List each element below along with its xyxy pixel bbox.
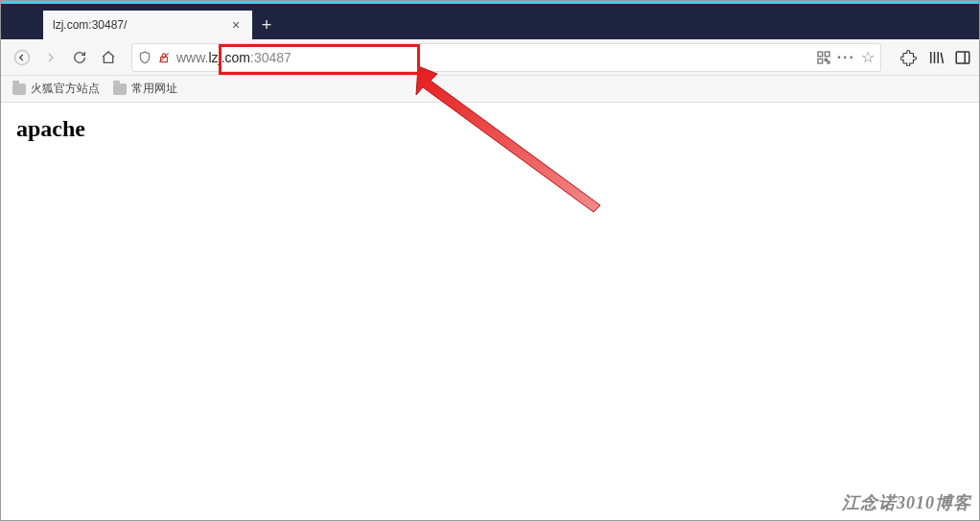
- page-content: apache: [1, 103, 979, 520]
- home-icon: [101, 50, 116, 65]
- url-text[interactable]: www.lzj.com:30487: [176, 50, 810, 65]
- page-actions-overflow-icon[interactable]: ···: [837, 49, 855, 66]
- navigation-toolbar: www.lzj.com:30487 ··· ☆: [1, 39, 979, 76]
- url-port: :30487: [250, 50, 292, 65]
- folder-icon: [113, 83, 127, 95]
- svg-rect-12: [956, 52, 969, 63]
- bookmark-star-icon[interactable]: ☆: [861, 48, 875, 66]
- svg-line-11: [941, 52, 943, 62]
- shield-icon: [138, 51, 152, 64]
- bookmark-label: 火狐官方站点: [31, 81, 100, 97]
- watermark-text: 江念诺3010博客: [842, 491, 971, 514]
- new-tab-button[interactable]: +: [252, 11, 281, 39]
- reload-icon: [72, 50, 87, 65]
- folder-icon: [12, 83, 26, 95]
- url-host: lzj.com: [208, 50, 250, 65]
- browser-window: lzj.com:30487/ × + www.lzj.com:30487: [0, 0, 980, 521]
- plus-icon: +: [262, 15, 272, 36]
- tab-strip: lzj.com:30487/ × +: [1, 11, 979, 39]
- tab-active[interactable]: lzj.com:30487/ ×: [43, 11, 252, 39]
- extensions-icon[interactable]: [900, 49, 918, 66]
- tab-title: lzj.com:30487/: [53, 18, 229, 32]
- svg-rect-5: [818, 59, 823, 63]
- sidebar-icon[interactable]: [954, 49, 971, 66]
- svg-rect-7: [828, 61, 829, 63]
- home-button[interactable]: [95, 44, 122, 71]
- url-prefix: www.: [176, 50, 208, 65]
- lock-strikethrough-icon: [157, 51, 171, 64]
- bookmarks-toolbar: 火狐官方站点 常用网址: [1, 76, 979, 103]
- library-icon[interactable]: [927, 49, 945, 66]
- back-icon: [13, 49, 31, 66]
- window-titlebar: [1, 1, 979, 11]
- svg-point-0: [15, 50, 30, 64]
- bookmark-label: 常用网址: [131, 81, 177, 97]
- bookmark-folder-firefox-official[interactable]: 火狐官方站点: [12, 81, 100, 97]
- address-bar[interactable]: www.lzj.com:30487 ··· ☆: [131, 43, 881, 72]
- qr-icon[interactable]: [816, 50, 831, 65]
- toolbar-right: [900, 49, 971, 66]
- bookmark-folder-common-urls[interactable]: 常用网址: [113, 81, 177, 97]
- page-heading: apache: [16, 116, 964, 142]
- svg-rect-3: [818, 52, 823, 57]
- svg-rect-4: [825, 52, 829, 57]
- svg-rect-6: [825, 59, 827, 60]
- forward-button: [37, 44, 64, 71]
- identity-box[interactable]: [138, 51, 171, 64]
- back-button[interactable]: [9, 44, 35, 71]
- forward-icon: [43, 50, 58, 65]
- reload-button[interactable]: [66, 44, 93, 71]
- close-icon[interactable]: ×: [229, 18, 243, 32]
